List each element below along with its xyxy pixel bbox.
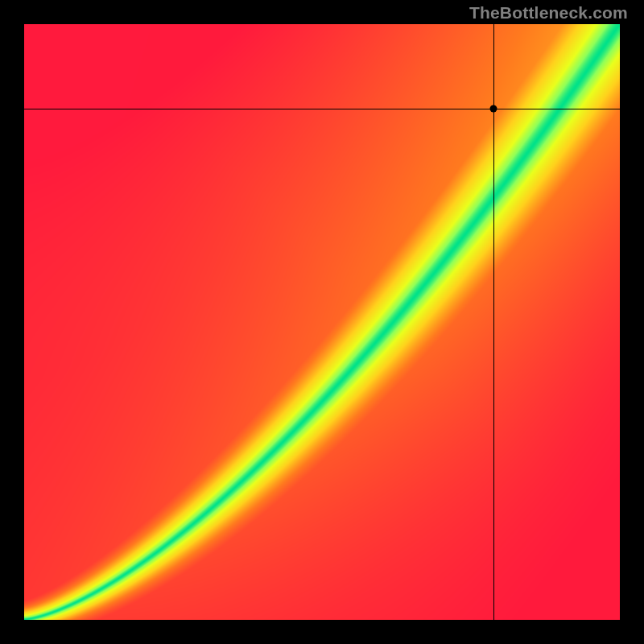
stage: TheBottleneck.com bbox=[0, 0, 644, 644]
crosshair-marker bbox=[490, 105, 497, 113]
crosshair-horizontal bbox=[24, 109, 620, 109]
watermark-text: TheBottleneck.com bbox=[469, 3, 628, 23]
heatmap-plot bbox=[24, 24, 620, 620]
crosshair-vertical bbox=[493, 24, 494, 620]
heatmap-canvas bbox=[24, 24, 620, 620]
